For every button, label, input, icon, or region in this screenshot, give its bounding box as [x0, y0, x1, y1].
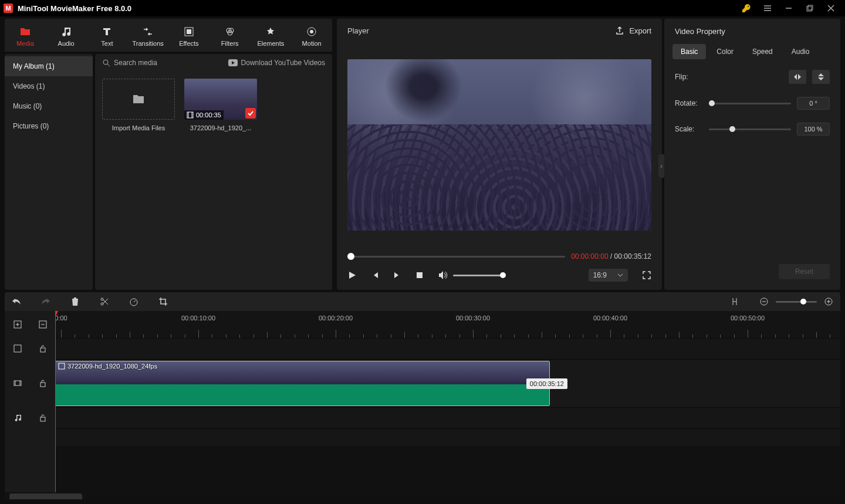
app-title: MiniTool MovieMaker Free 8.0.0: [18, 4, 131, 13]
scale-value[interactable]: 100 %: [797, 123, 830, 136]
next-frame-button[interactable]: [393, 271, 401, 279]
menu-icon[interactable]: [757, 0, 778, 16]
add-track-below-icon[interactable]: [38, 320, 48, 329]
lock-icon[interactable]: [39, 344, 46, 353]
stop-button[interactable]: [415, 271, 424, 279]
rotate-slider[interactable]: [709, 103, 791, 104]
rotate-label: Rotate:: [675, 99, 703, 107]
tab-text[interactable]: Text: [87, 23, 128, 50]
album-my-album[interactable]: My Album (1): [5, 56, 93, 76]
youtube-icon: [228, 59, 238, 66]
flip-vertical-button[interactable]: [812, 70, 830, 84]
volume-icon[interactable]: [438, 270, 448, 280]
tab-elements[interactable]: Elements: [251, 23, 292, 50]
titlebar: M MiniTool MovieMaker Free 8.0.0: [0, 0, 845, 16]
search-icon: [102, 59, 110, 67]
prev-frame-button[interactable]: [371, 271, 379, 279]
film-icon: [187, 111, 194, 119]
album-videos[interactable]: Videos (1): [5, 76, 93, 96]
redo-button[interactable]: [40, 296, 52, 307]
speed-button[interactable]: [128, 296, 140, 307]
svg-rect-23: [40, 383, 45, 387]
auto-fit-icon[interactable]: [729, 296, 741, 307]
prop-tab-basic[interactable]: Basic: [672, 44, 706, 59]
svg-point-14: [101, 303, 103, 305]
overlay-track[interactable]: [55, 338, 840, 359]
rotate-value[interactable]: 0 °: [797, 97, 830, 110]
timecode: 00:00:00:00 / 00:00:35:12: [571, 252, 651, 261]
svg-rect-20: [14, 345, 21, 352]
tab-media[interactable]: Media: [5, 23, 46, 50]
search-placeholder: Search media: [114, 59, 157, 67]
volume-slider[interactable]: [453, 275, 506, 276]
split-button[interactable]: [99, 296, 110, 307]
audio-track[interactable]: [55, 407, 840, 428]
album-music[interactable]: Music (0): [5, 96, 93, 116]
svg-rect-1: [808, 5, 813, 10]
player-panel: Player Export 00:00:00:00 / 00:00:35:12: [337, 19, 662, 290]
svg-rect-0: [807, 6, 812, 11]
lock-icon[interactable]: [39, 379, 46, 387]
reset-button[interactable]: Reset: [779, 264, 830, 279]
activate-key-icon[interactable]: [736, 0, 757, 16]
svg-point-8: [310, 30, 313, 33]
zoom-in-button[interactable]: [823, 296, 834, 307]
play-button[interactable]: [347, 270, 357, 280]
download-youtube-button[interactable]: Download YouTube Videos: [228, 59, 325, 67]
svg-point-13: [101, 298, 103, 300]
main-tabs: Media Audio Text Transitions Effects Fil…: [5, 19, 332, 52]
timeline-scrollbar[interactable]: [5, 492, 840, 499]
playhead[interactable]: [55, 311, 56, 492]
property-title: Video Property: [664, 19, 840, 44]
aspect-ratio-select[interactable]: 16:9: [589, 269, 628, 282]
tab-filters[interactable]: Filters: [209, 23, 251, 50]
svg-rect-24: [40, 417, 45, 421]
prop-tab-color[interactable]: Color: [708, 44, 742, 59]
tab-audio[interactable]: Audio: [46, 23, 87, 50]
close-icon[interactable]: [820, 0, 841, 16]
check-icon: [245, 108, 256, 119]
collapse-handle-icon[interactable]: ›: [658, 154, 664, 178]
timeline-clip[interactable]: 3722009-hd_1920_1080_24fps: [55, 361, 550, 406]
album-list: My Album (1) Videos (1) Music (0) Pictur…: [5, 54, 93, 290]
spacer-track: [55, 428, 840, 446]
scale-label: Scale:: [675, 125, 703, 133]
seek-bar[interactable]: [347, 256, 565, 258]
undo-button[interactable]: [11, 296, 22, 307]
video-track-icon: [13, 379, 22, 387]
prop-tab-audio[interactable]: Audio: [783, 44, 818, 59]
overlay-track-icon: [13, 344, 22, 353]
svg-rect-21: [40, 348, 45, 352]
flip-label: Flip:: [675, 73, 703, 81]
video-preview[interactable]: [347, 59, 651, 230]
property-panel: › Video Property Basic Color Speed Audio…: [664, 19, 840, 290]
svg-rect-25: [59, 363, 65, 369]
app-logo: M: [4, 4, 13, 13]
maximize-icon[interactable]: [799, 0, 820, 16]
prop-tab-speed[interactable]: Speed: [744, 44, 781, 59]
search-media[interactable]: Search media: [102, 59, 224, 67]
zoom-out-button[interactable]: [758, 296, 770, 307]
scale-slider[interactable]: [709, 128, 791, 130]
player-title: Player: [347, 26, 369, 35]
lock-icon[interactable]: [39, 414, 46, 422]
add-track-above-icon[interactable]: [13, 320, 22, 329]
timeline-ruler[interactable]: 0:0000:00:10:0000:00:20:0000:00:30:0000:…: [55, 311, 840, 338]
delete-button[interactable]: [69, 296, 81, 307]
crop-button[interactable]: [157, 296, 169, 307]
audio-track-icon: [13, 414, 22, 422]
flip-horizontal-button[interactable]: [789, 70, 806, 84]
tab-motion[interactable]: Motion: [291, 23, 332, 50]
import-media-button[interactable]: Import Media Files: [102, 79, 175, 131]
fullscreen-icon[interactable]: [642, 270, 651, 280]
svg-point-9: [103, 60, 108, 65]
video-track[interactable]: 3722009-hd_1920_1080_24fps 00:00:35:12: [55, 359, 840, 407]
export-button[interactable]: Export: [615, 26, 651, 35]
zoom-slider[interactable]: [776, 301, 817, 303]
svg-rect-12: [417, 272, 422, 278]
tab-effects[interactable]: Effects: [168, 23, 209, 50]
tab-transitions[interactable]: Transitions: [127, 23, 168, 50]
minimize-icon[interactable]: [778, 0, 799, 16]
media-clip[interactable]: 00:00:35 3722009-hd_1920_...: [184, 79, 257, 131]
album-pictures[interactable]: Pictures (0): [5, 116, 93, 136]
